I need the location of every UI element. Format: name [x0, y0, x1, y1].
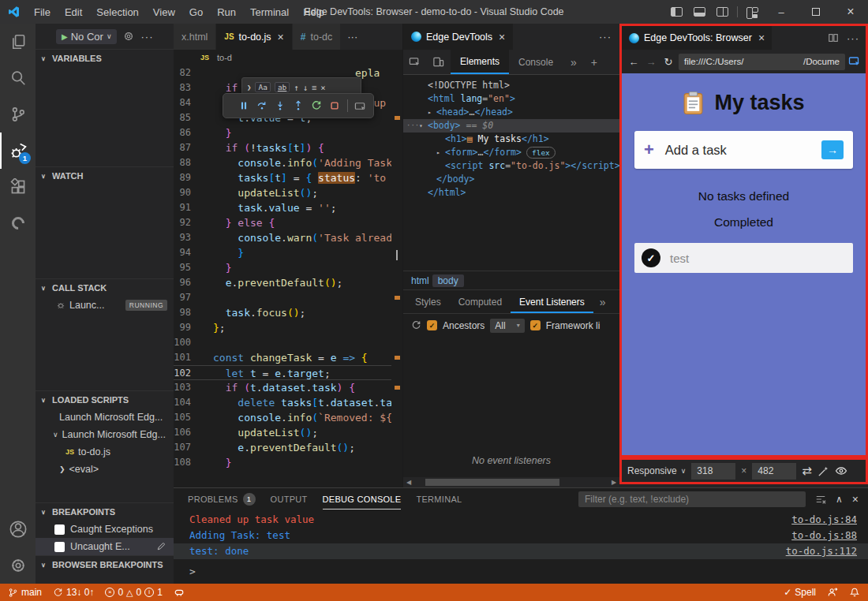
close-button[interactable]: ×: [833, 0, 868, 24]
inspect-icon[interactable]: [848, 55, 861, 68]
next-match-icon[interactable]: ↓: [303, 83, 308, 92]
minimize-button[interactable]: –: [764, 0, 799, 24]
find-in-selection-icon[interactable]: ≡: [312, 83, 316, 92]
scroll-right-icon[interactable]: ▶: [608, 479, 619, 486]
list-item-launch-microsoft-edg[interactable]: Launch Microsoft Edg...: [36, 409, 174, 426]
crumb-body[interactable]: body: [432, 274, 464, 287]
debug-session-indicator[interactable]: [174, 587, 185, 598]
menu-file[interactable]: File: [27, 6, 58, 18]
list-item-caught-exceptions[interactable]: Caught Exceptions: [36, 521, 174, 538]
dom-node[interactable]: <script src="to-do.js"></script>: [403, 159, 619, 173]
clear-console-icon[interactable]: [815, 494, 826, 505]
more-actions-icon[interactable]: ···: [847, 32, 859, 44]
horizontal-scrollbar[interactable]: ◀ ▶: [403, 477, 619, 487]
dom-node[interactable]: ···▾<body> == $0: [403, 119, 619, 133]
split-editor-icon[interactable]: [828, 32, 839, 43]
panel-tab-terminal[interactable]: TERMINAL: [416, 488, 462, 510]
breadcrumb[interactable]: JS to-d: [174, 50, 402, 65]
sidebar-item-search[interactable]: [0, 60, 36, 96]
dom-node[interactable]: </html>: [403, 186, 619, 200]
start-debug-icon[interactable]: ▶: [62, 32, 68, 41]
more-panes-icon[interactable]: »: [593, 296, 612, 308]
sidebar-item-edge-devtools[interactable]: [0, 205, 36, 241]
crumb-html[interactable]: html: [411, 275, 429, 286]
add-task-input[interactable]: Add a task: [665, 143, 727, 158]
task-item[interactable]: ✓ test: [634, 243, 853, 273]
rotate-viewport-icon[interactable]: ⇄: [802, 464, 812, 478]
editor-tab-to-do-js[interactable]: JSto-do.js×: [216, 24, 292, 50]
menu-edit[interactable]: Edit: [58, 6, 89, 18]
sidebar-item-source-control[interactable]: [0, 96, 36, 133]
submit-task-button[interactable]: →: [821, 140, 844, 159]
step-out-icon[interactable]: [293, 100, 304, 111]
inspect-icon[interactable]: [403, 50, 425, 74]
checked-checkbox-icon[interactable]: ✓: [427, 320, 437, 330]
scrollbar-thumb[interactable]: [425, 479, 559, 486]
scroll-left-icon[interactable]: ◀: [403, 479, 414, 486]
menu-terminal[interactable]: Terminal: [243, 6, 296, 18]
spell-checker-status[interactable]: ✓ Spell: [784, 587, 816, 598]
section-header-browser-breakpoints[interactable]: ∨BROWSER BREAKPOINTS: [36, 556, 174, 573]
settings-gear-button[interactable]: [0, 547, 36, 584]
twistie-icon[interactable]: ▸: [428, 106, 436, 119]
menu-selection[interactable]: Selection: [89, 6, 145, 18]
sync-indicator[interactable]: 13↓ 0↑: [53, 587, 94, 598]
account-button[interactable]: [0, 511, 36, 547]
device-emulation-icon[interactable]: [427, 50, 449, 74]
more-actions-icon[interactable]: ···: [140, 31, 153, 43]
checked-checkbox-icon[interactable]: ✓: [530, 320, 541, 330]
viewport-width-input[interactable]: [691, 463, 735, 480]
checkbox[interactable]: [54, 524, 65, 535]
pane-tab-event-listeners[interactable]: Event Listeners: [511, 290, 593, 313]
panel-tab-debug-console[interactable]: DEBUG CONSOLE: [323, 488, 402, 510]
feedback-button[interactable]: [827, 587, 838, 598]
section-header-call-stack[interactable]: ∨CALL STACK: [36, 279, 174, 297]
toggle-panel-icon[interactable]: [694, 7, 705, 17]
section-header-breakpoints[interactable]: ∨BREAKPOINTS: [36, 503, 174, 521]
viewport-height-input[interactable]: [752, 463, 796, 480]
close-icon[interactable]: ×: [499, 31, 505, 43]
section-header-loaded-scripts[interactable]: ∨LOADED SCRIPTS: [36, 391, 174, 409]
stop-icon[interactable]: [329, 100, 340, 111]
console-row[interactable]: test: doneto-do.js:112: [174, 543, 868, 559]
section-header-watch[interactable]: ∨WATCH: [36, 167, 174, 185]
url-bar[interactable]: file:///C:/Users/ /Docume: [679, 54, 845, 70]
add-task-form[interactable]: + Add a task →: [634, 131, 853, 169]
edit-pencil-icon[interactable]: [156, 542, 166, 551]
list-item-to-do-js[interactable]: JSto-do.js: [36, 443, 174, 461]
dom-node[interactable]: <!DOC­TYPE html>: [403, 79, 619, 92]
tab-edge-devtools[interactable]: Edge DevTools ×: [403, 24, 513, 50]
section-header-variables[interactable]: ∨VARIABLES: [36, 50, 174, 67]
close-icon[interactable]: ×: [320, 83, 325, 92]
match-case-icon[interactable]: Aa: [255, 82, 270, 92]
dom-node[interactable]: ▸<form>…</form>flex: [403, 146, 619, 159]
drag-handle[interactable]: [230, 100, 231, 111]
console-source-link[interactable]: to-do.js:88: [791, 528, 857, 543]
debug-config-dropdown[interactable]: ▶ No Cor ∨: [56, 29, 117, 44]
sidebar-item-extensions[interactable]: [0, 169, 36, 205]
more-actions-icon[interactable]: ···: [599, 24, 619, 50]
notifications-bell-icon[interactable]: [849, 587, 860, 598]
prev-match-icon[interactable]: ↑: [294, 83, 298, 92]
close-icon[interactable]: ×: [758, 32, 765, 44]
panel-tab-output[interactable]: OUTPUT: [271, 488, 308, 510]
close-icon[interactable]: ×: [278, 31, 284, 43]
sidebar-item-run-and-debug[interactable]: 1: [0, 133, 36, 169]
list-item-launc[interactable]: Launc...RUNNING: [36, 297, 174, 314]
more-tabs-icon[interactable]: »: [564, 50, 583, 74]
code-editor[interactable]: 82 epla83 if (t.value !== t) {84 console…: [174, 65, 402, 487]
maximize-button[interactable]: [799, 0, 833, 24]
console-source-link[interactable]: to-do.js:112: [786, 543, 857, 559]
flex-badge[interactable]: flex: [526, 147, 556, 159]
dom-node[interactable]: ▸<head>…</head>: [403, 106, 619, 119]
pause-icon[interactable]: [238, 100, 249, 111]
debug-settings-gear-icon[interactable]: [123, 31, 134, 42]
back-icon[interactable]: ←: [627, 56, 641, 68]
console-row[interactable]: Cleaned up task valueto-do.js:84: [174, 512, 868, 528]
branch-indicator[interactable]: main: [8, 587, 42, 598]
console-source-link[interactable]: to-do.js:84: [791, 512, 857, 528]
listener-type-dropdown[interactable]: All ▾: [490, 319, 524, 333]
twistie-icon[interactable]: ▸: [436, 146, 445, 159]
customize-layout-icon[interactable]: [746, 7, 758, 17]
restart-icon[interactable]: [311, 100, 322, 111]
